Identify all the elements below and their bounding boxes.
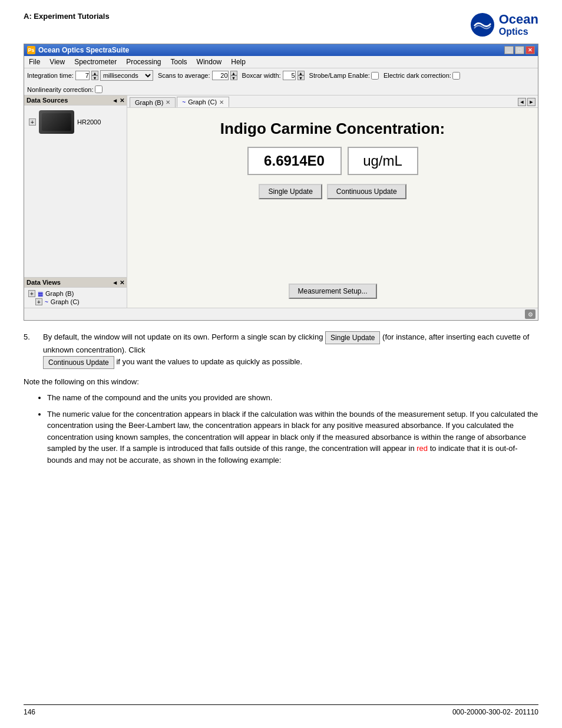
tab-graph-c-label: Graph (C): [188, 98, 217, 106]
minimize-button[interactable]: _: [504, 46, 514, 54]
strobe-lamp-label: Strobe/Lamp Enable:: [309, 72, 370, 79]
graph-b-expander[interactable]: +: [28, 290, 35, 297]
logo-area: Ocean Optics: [470, 12, 538, 38]
scans-average-input[interactable]: [212, 71, 229, 80]
nonlinearity-group: Nonlinearity correction:: [27, 85, 103, 93]
logo-optics: Optics: [499, 27, 538, 37]
spin-up[interactable]: ▲: [91, 71, 98, 75]
data-sources-label: Data Sources: [27, 97, 68, 104]
concentration-title: Indigo Carmine Concentration:: [220, 120, 445, 138]
electric-dark-checkbox[interactable]: [452, 72, 460, 80]
tab-graph-b[interactable]: Graph (B) ✕: [130, 97, 176, 107]
measurement-setup-button[interactable]: Measurement Setup...: [288, 284, 376, 299]
note-heading: Note the following on this window:: [24, 376, 538, 388]
graph-c-label: Graph (C): [51, 298, 80, 305]
strobe-lamp-checkbox[interactable]: [371, 72, 379, 80]
menu-help[interactable]: Help: [229, 57, 247, 67]
tab-nav-right[interactable]: ►: [527, 98, 535, 106]
integration-time-group: Integration time: ▲ ▼ milliseconds micro…: [27, 70, 153, 81]
scans-spin-up[interactable]: ▲: [230, 71, 237, 75]
scans-average-label: Scans to average:: [158, 72, 210, 79]
note-bullet-2: The numeric value for the concentration …: [47, 409, 538, 466]
menubar: File View Spectrometer Processing Tools …: [24, 56, 538, 68]
close-button[interactable]: ✕: [525, 46, 535, 54]
scans-average-group: Scans to average: ▲ ▼: [158, 71, 237, 80]
logo-box: Ocean Optics: [470, 12, 538, 38]
nonlinearity-checkbox[interactable]: [95, 85, 103, 93]
boxcar-width-input[interactable]: [283, 71, 296, 80]
tab-graph-c-close[interactable]: ✕: [219, 99, 224, 106]
continuous-update-inline-button[interactable]: Continuous Update: [43, 356, 114, 369]
window-controls: _ □ ✕: [504, 46, 535, 54]
maximize-button[interactable]: □: [515, 46, 524, 54]
tab-area: Graph (B) ✕ ~ Graph (C) ✕ ◄ ► Indig: [127, 95, 538, 308]
step-5-content: By default, the window will not update o…: [43, 331, 538, 369]
concentration-unit: ug/mL: [348, 147, 418, 175]
menu-tools[interactable]: Tools: [169, 57, 189, 67]
electric-dark-group: Electric dark correction:: [384, 72, 460, 80]
logo-ocean: Ocean: [499, 12, 538, 27]
tab-bar: Graph (B) ✕ ~ Graph (C) ✕ ◄ ►: [127, 95, 538, 108]
tab-graph-c[interactable]: ~ Graph (C) ✕: [177, 97, 229, 107]
device-label: HR2000: [77, 118, 101, 126]
device-expander[interactable]: +: [29, 118, 36, 126]
step-5-number: 5.: [24, 331, 38, 369]
data-sources-header: Data Sources ◄ ✕: [24, 95, 127, 106]
boxcar-spin-up[interactable]: ▲: [297, 71, 305, 75]
menu-file[interactable]: File: [27, 57, 42, 67]
data-sources-pin[interactable]: ◄ ✕: [112, 97, 124, 104]
concentration-value-row: 6.6914E0 ug/mL: [247, 147, 418, 175]
footer-page-number: 146: [24, 708, 35, 716]
graph-c-tree-item[interactable]: + ~ Graph (C): [27, 298, 124, 306]
device-thumbnail: [39, 110, 74, 134]
electric-dark-label: Electric dark correction:: [384, 72, 451, 79]
menu-window[interactable]: Window: [195, 57, 224, 67]
graph-c-icon: ~: [45, 299, 48, 305]
menu-view[interactable]: View: [48, 57, 67, 67]
concentration-value: 6.6914E0: [247, 147, 342, 175]
graph-b-tree-item[interactable]: + ▦ Graph (B): [27, 289, 124, 298]
tab-nav-left[interactable]: ◄: [518, 98, 526, 106]
sidebar: Data Sources ◄ ✕ + HR2000 Data Views ◄ ✕: [24, 95, 127, 308]
strobe-lamp-group: Strobe/Lamp Enable:: [309, 72, 379, 80]
boxcar-width-label: Boxcar width:: [242, 72, 281, 79]
status-icon: ⚙: [525, 309, 535, 319]
integration-unit-select[interactable]: milliseconds microseconds: [100, 70, 153, 81]
note-bullet-1: The name of the compound and the units y…: [47, 392, 538, 404]
continuous-update-button[interactable]: Continuous Update: [327, 184, 406, 199]
device-item-hr2000[interactable]: + HR2000: [27, 108, 124, 136]
logo-text: Ocean Optics: [499, 12, 538, 37]
menu-spectrometer[interactable]: Spectrometer: [72, 57, 118, 67]
single-update-inline-button[interactable]: Single Update: [325, 331, 380, 344]
footer: 146 000-20000-300-02- 201110: [24, 704, 538, 716]
menu-processing[interactable]: Processing: [124, 57, 163, 67]
tab-navigation: ◄ ►: [518, 98, 535, 106]
single-update-button[interactable]: Single Update: [259, 184, 322, 199]
nonlinearity-label: Nonlinearity correction:: [27, 86, 94, 93]
chapter-title: A: Experiment Tutorials: [24, 12, 110, 21]
boxcar-spin-down[interactable]: ▼: [297, 75, 305, 80]
graph-c-content: Indigo Carmine Concentration: 6.6914E0 u…: [127, 108, 538, 308]
tab-graph-b-close[interactable]: ✕: [166, 99, 170, 106]
boxcar-width-group: Boxcar width: ▲ ▼: [242, 71, 305, 80]
body-text: 5. By default, the window will not updat…: [24, 331, 538, 466]
data-sources-content: + HR2000: [24, 106, 127, 277]
graph-b-icon: ▦: [38, 291, 43, 297]
step-5-text: By default, the window will not update o…: [43, 332, 323, 341]
integration-time-input[interactable]: [75, 71, 90, 80]
integration-time-label: Integration time:: [27, 72, 74, 79]
scans-average-spinner[interactable]: ▲ ▼: [230, 71, 237, 80]
step-5-end: if you want the values to update as quic…: [116, 357, 302, 366]
graph-c-expander[interactable]: +: [35, 298, 42, 305]
data-views-label: Data Views: [27, 279, 61, 286]
boxcar-spinner[interactable]: ▲ ▼: [297, 71, 305, 80]
spin-down[interactable]: ▼: [91, 75, 98, 80]
integration-time-spinner[interactable]: ▲ ▼: [91, 71, 98, 80]
data-views-header: Data Views ◄ ✕: [24, 278, 127, 288]
scans-spin-down[interactable]: ▼: [230, 75, 237, 80]
tab-graph-c-icon: ~: [182, 99, 186, 106]
data-views-pin[interactable]: ◄ ✕: [112, 279, 124, 286]
graph-b-label: Graph (B): [45, 290, 74, 297]
application-screenshot: Ps Ocean Optics SpectraSuite _ □ ✕ File …: [24, 44, 538, 321]
tab-graph-b-label: Graph (B): [135, 99, 163, 106]
